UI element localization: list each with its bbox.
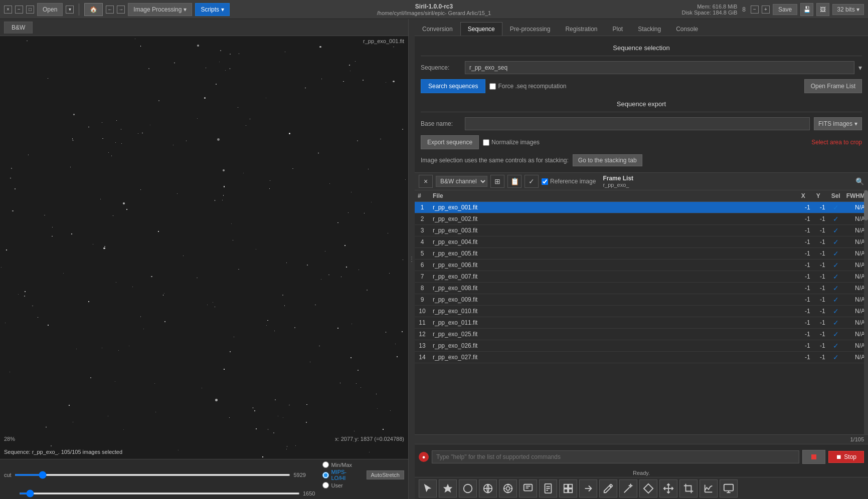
open-button[interactable]: Open <box>37 3 63 16</box>
min-max-radio[interactable] <box>322 461 329 468</box>
open-dropdown-button[interactable]: ▾ <box>66 6 74 14</box>
undo-button[interactable]: ← <box>106 6 114 14</box>
grid-tool[interactable] <box>559 479 577 497</box>
base-name-input[interactable] <box>465 117 810 130</box>
auto-stretch-button[interactable]: AutoStretch <box>367 470 404 479</box>
circle-tool[interactable] <box>459 479 477 497</box>
crop-tool[interactable] <box>679 479 698 497</box>
high-cut-slider[interactable] <box>19 492 300 494</box>
low-cut-slider[interactable] <box>15 474 291 476</box>
wand-tool[interactable] <box>619 479 637 497</box>
scrollbar-thumb[interactable] <box>864 190 868 220</box>
table-row[interactable]: 7 r_pp_exo_007.fit -1 -1 ✓ N/A <box>415 271 868 283</box>
table-row[interactable]: 12 r_pp_exo_025.fit -1 -1 ✓ N/A <box>415 329 868 340</box>
home-button[interactable]: 🏠 <box>84 3 103 16</box>
row-y: -1 <box>813 202 828 213</box>
copy-button[interactable]: 📋 <box>507 175 522 188</box>
table-row[interactable]: 8 r_pp_exo_008.fit -1 -1 ✓ N/A <box>415 283 868 294</box>
frame-search-button[interactable]: 🔍 <box>855 177 864 185</box>
force-recomp-checkbox[interactable] <box>489 83 496 90</box>
image-canvas[interactable]: r_pp_exo_001.fit 28% x: 2077 y: 1837 (=0… <box>0 36 408 459</box>
table-row[interactable]: 9 r_pp_exo_009.fit -1 -1 ✓ N/A <box>415 294 868 306</box>
chart-tool[interactable] <box>700 479 718 497</box>
expand-handle[interactable]: ⋮ <box>409 19 415 499</box>
table-scrollbar[interactable] <box>864 190 868 434</box>
goto-stacking-button[interactable]: Go to the stacking tab <box>573 154 642 166</box>
table-row[interactable]: 4 r_pp_exo_004.fit -1 -1 ✓ N/A <box>415 236 868 248</box>
pencil-tool[interactable] <box>599 479 617 497</box>
doc-tool[interactable] <box>539 479 557 497</box>
table-row[interactable]: 2 r_pp_exo_002.fit -1 -1 ✓ N/A <box>415 213 868 225</box>
search-sequences-button[interactable]: Search sequences <box>421 79 485 93</box>
scripts-button[interactable]: Scripts ▾ <box>195 3 230 16</box>
grid-view-button[interactable]: ⊞ <box>490 175 504 188</box>
normalize-images-label[interactable]: Normalize images <box>483 139 540 146</box>
bits-button[interactable]: 32 bits ▾ <box>832 4 864 15</box>
command-input[interactable] <box>432 450 799 463</box>
stop-button-outline[interactable]: ⏹ <box>802 450 825 464</box>
tab-preprocessing[interactable]: Pre-processing <box>502 22 558 36</box>
star <box>262 456 263 457</box>
check-button[interactable]: ✓ <box>525 175 539 188</box>
chat-tool[interactable] <box>519 479 537 497</box>
globe-tool[interactable] <box>479 479 497 497</box>
save-icon-button[interactable]: 💾 <box>800 3 813 16</box>
user-radio[interactable] <box>322 482 329 488</box>
close-frame-list-button[interactable]: × <box>419 175 433 188</box>
image-processing-button[interactable]: Image Processing ▾ <box>128 3 192 16</box>
open-frame-list-button[interactable]: Open Frame List <box>804 79 862 93</box>
thread-plus[interactable]: + <box>762 6 770 14</box>
minimize-button[interactable]: − <box>15 6 23 14</box>
cursor-tool[interactable] <box>419 479 437 497</box>
fits-images-button[interactable]: FITS images ▾ <box>814 117 862 130</box>
monitor-tool[interactable] <box>720 479 738 497</box>
tab-stacking[interactable]: Stacking <box>630 22 668 36</box>
mips-option[interactable]: MIPS-LO/HI <box>322 469 360 481</box>
sequence-dropdown-button[interactable]: ▾ <box>858 64 862 72</box>
table-row[interactable]: 13 r_pp_exo_026.fit -1 -1 ✓ N/A <box>415 340 868 352</box>
channel-select[interactable]: B&W channel <box>436 176 487 187</box>
display-icon-button[interactable]: 🖼 <box>816 3 829 16</box>
close-button[interactable]: × <box>4 6 12 14</box>
save-button[interactable]: Save <box>773 4 797 15</box>
table-row[interactable]: 14 r_pp_exo_027.fit -1 -1 ✓ N/A <box>415 352 868 363</box>
table-row[interactable]: 3 r_pp_exo_003.fit -1 -1 ✓ N/A <box>415 225 868 236</box>
user-option[interactable]: User <box>322 482 360 488</box>
bw-tab[interactable]: B&W <box>4 22 33 34</box>
move-tool[interactable] <box>659 479 677 497</box>
thread-minus[interactable]: − <box>751 6 759 14</box>
ref-image-label[interactable]: Reference image <box>542 178 596 185</box>
table-row[interactable]: 6 r_pp_exo_006.fit -1 -1 ✓ N/A <box>415 260 868 271</box>
star <box>349 65 350 65</box>
star <box>363 80 364 81</box>
min-max-option[interactable]: Min/Max <box>322 461 360 468</box>
frame-table-wrap[interactable]: # File X Y Sel FWHM 1 r_pp_exo_001.fit -… <box>415 190 868 434</box>
arrow-tool[interactable] <box>579 479 597 497</box>
sequence-input[interactable] <box>465 61 854 74</box>
table-row[interactable]: 1 r_pp_exo_001.fit -1 -1 ✓ N/A <box>415 202 868 213</box>
table-row[interactable]: 11 r_pp_exo_011.fit -1 -1 ✓ N/A <box>415 317 868 329</box>
target-tool[interactable] <box>499 479 517 497</box>
maximize-button[interactable]: □ <box>26 6 34 14</box>
star-tool[interactable] <box>439 479 457 497</box>
diamond-tool[interactable] <box>639 479 657 497</box>
tab-plot[interactable]: Plot <box>605 22 630 36</box>
table-row[interactable]: 5 r_pp_exo_005.fit -1 -1 ✓ N/A <box>415 248 868 260</box>
export-sequence-button[interactable]: Export sequence <box>421 135 479 149</box>
tab-console[interactable]: Console <box>668 22 706 36</box>
mips-radio[interactable] <box>322 472 329 478</box>
stop-button[interactable]: ⏹ Stop <box>828 451 864 463</box>
tab-registration[interactable]: Registration <box>558 22 605 36</box>
force-recomp-checkbox-label[interactable]: Force .seq recomputation <box>489 83 566 90</box>
row-sel: ✓ <box>828 329 843 340</box>
tab-conversion[interactable]: Conversion <box>415 22 460 36</box>
normalize-images-checkbox[interactable] <box>483 139 489 146</box>
star <box>289 133 291 135</box>
tab-sequence[interactable]: Sequence <box>460 22 502 36</box>
slider1-row: cut 5929 Min/Max MIPS-LO/HI User <box>4 461 404 488</box>
ref-image-checkbox[interactable] <box>542 178 548 185</box>
redo-button[interactable]: → <box>117 6 125 14</box>
row-file: r_pp_exo_006.fit <box>430 260 798 271</box>
table-row[interactable]: 10 r_pp_exo_010.fit -1 -1 ✓ N/A <box>415 306 868 317</box>
row-file: r_pp_exo_011.fit <box>430 317 798 329</box>
